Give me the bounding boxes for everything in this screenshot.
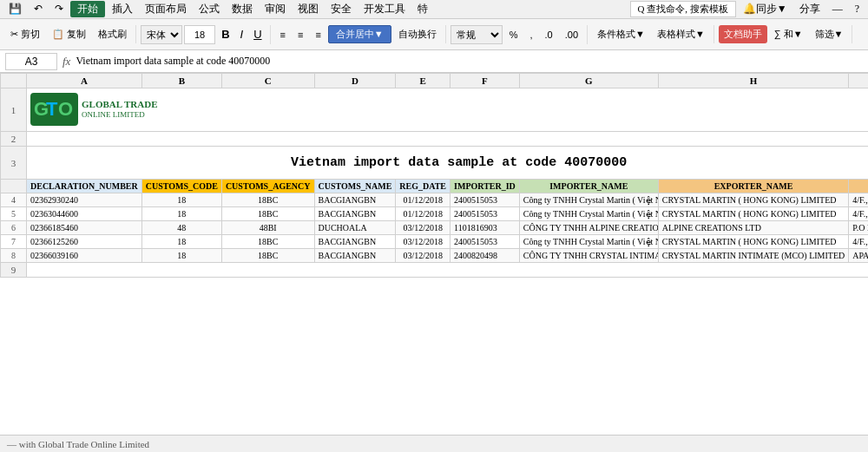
cell-expname-0[interactable]: CRYSTAL MARTIN ( HONG KONG) LIMITED <box>658 193 848 207</box>
header-importer-id: IMPORTER_ID <box>450 180 520 193</box>
cell-decl-4[interactable]: 02366039160 <box>27 249 142 263</box>
cell-impname-4[interactable]: CÔNG TY TNHH CRYSTAL INTIMATE (VIỆT NAM) <box>519 249 658 263</box>
menu-item-formula[interactable]: 公式 <box>194 2 225 16</box>
cell-cusname-3[interactable]: BACGIANGBN <box>314 235 396 249</box>
cell-expname-1[interactable]: CRYSTAL MARTIN ( HONG KONG) LIMITED <box>658 207 848 221</box>
cell-date-4[interactable]: 03/12/2018 <box>396 249 450 263</box>
logo-row: 1 G T O GL <box>1 88 869 132</box>
row-num-5: 5 <box>1 207 27 221</box>
cell-decl-1[interactable]: 02363044600 <box>27 207 142 221</box>
cell-impname-3[interactable]: Công ty TNHH Crystal Martin ( Việt Nam) <box>519 235 658 249</box>
table-style-button[interactable]: 表格样式▼ <box>652 25 710 43</box>
help-btn[interactable]: ? <box>850 3 865 16</box>
col-header-i <box>849 74 868 88</box>
cell-expname-3[interactable]: CRYSTAL MARTIN ( HONG KONG) LIMITED <box>658 235 848 249</box>
cell-decl-0[interactable]: 02362930240 <box>27 193 142 207</box>
svg-text:T: T <box>46 98 58 120</box>
table-row: 8 02366039160 18 18BC BACGIANGBN 03/12/2… <box>1 249 869 263</box>
cell-cusname-0[interactable]: BACGIANGBN <box>314 193 396 207</box>
font-size-input[interactable] <box>184 25 215 44</box>
doc-assistant-button[interactable]: 文档助手 <box>719 25 767 43</box>
menu-item-review[interactable]: 审阅 <box>260 2 291 16</box>
cell-expname-2[interactable]: ALPINE CREATIONS LTD <box>658 221 848 235</box>
cell-code-4[interactable]: 18 <box>141 249 221 263</box>
status-bar: — with Global Trade Online Limited <box>0 435 868 452</box>
cell-impname-0[interactable]: Công ty TNHH Crystal Martin ( Việt Nam) <box>519 193 658 207</box>
decimal-dec-button[interactable]: .00 <box>560 27 583 43</box>
minimize-btn[interactable]: — <box>827 3 848 16</box>
underline-button[interactable]: U <box>249 28 266 41</box>
cell-extra-4[interactable]: APAR <box>849 249 868 263</box>
align-center-button[interactable]: ≡ <box>293 27 308 43</box>
cell-reference-input[interactable] <box>5 53 57 70</box>
cell-impid-1[interactable]: 2400515053 <box>450 207 520 221</box>
sync-btn[interactable]: 🔔同步▼ <box>738 2 792 16</box>
cell-expname-4[interactable]: CRYSTAL MARTIN INTIMATE (MCO) LIMITED <box>658 249 848 263</box>
cell-extra-2[interactable]: P.O BOX <box>849 221 868 235</box>
row-num-7: 7 <box>1 235 27 249</box>
filter-button[interactable]: 筛选▼ <box>810 25 849 43</box>
sum-button[interactable]: ∑ 和▼ <box>769 25 808 43</box>
number-format-selector[interactable]: 常规 <box>450 25 503 44</box>
redo-icon[interactable]: ↷ <box>49 3 69 16</box>
toolbar-row1: ✂ 剪切 📋 复制 格式刷 宋体 B I U ≡ ≡ ≡ 合并居中▼ 自动换行 … <box>0 19 868 50</box>
comma-button[interactable]: , <box>524 27 537 43</box>
cell-cusname-4[interactable]: BACGIANGBN <box>314 249 396 263</box>
menu-item-special[interactable]: 特 <box>412 2 433 16</box>
cell-code-2[interactable]: 48 <box>141 221 221 235</box>
align-left-button[interactable]: ≡ <box>275 27 291 43</box>
align-right-button[interactable]: ≡ <box>310 27 326 43</box>
menu-item-data[interactable]: 数据 <box>227 2 258 16</box>
italic-button[interactable]: I <box>236 28 248 41</box>
save-icon[interactable]: 💾 <box>3 3 27 16</box>
percent-button[interactable]: % <box>504 27 523 43</box>
bold-button[interactable]: B <box>217 28 233 41</box>
merge-center-button[interactable]: 合并居中▼ <box>328 25 391 43</box>
clipboard-section: ✂ 剪切 📋 复制 格式刷 <box>5 25 136 43</box>
cell-agency-0[interactable]: 18BC <box>221 193 314 207</box>
cell-impid-0[interactable]: 2400515053 <box>450 193 520 207</box>
cell-impid-4[interactable]: 2400820498 <box>450 249 520 263</box>
menu-item-view[interactable]: 视图 <box>293 2 324 16</box>
cell-date-1[interactable]: 01/12/2018 <box>396 207 450 221</box>
cell-impid-3[interactable]: 2400515053 <box>450 235 520 249</box>
decimal-inc-button[interactable]: .0 <box>540 27 558 43</box>
menu-item-layout[interactable]: 页面布局 <box>140 2 192 16</box>
cell-code-0[interactable]: 18 <box>141 193 221 207</box>
menu-item-security[interactable]: 安全 <box>326 2 357 16</box>
cell-agency-1[interactable]: 18BC <box>221 207 314 221</box>
cell-decl-3[interactable]: 02366125260 <box>27 235 142 249</box>
menu-item-insert[interactable]: 插入 <box>107 2 138 16</box>
conditional-format-button[interactable]: 条件格式▼ <box>592 25 650 43</box>
cell-code-3[interactable]: 18 <box>141 235 221 249</box>
cell-cusname-1[interactable]: BACGIANGBN <box>314 207 396 221</box>
cell-extra-1[interactable]: 4/F., CRY <box>849 207 868 221</box>
copy-button[interactable]: 📋 复制 <box>47 25 91 43</box>
cell-extra-3[interactable]: 4/F., CRY <box>849 235 868 249</box>
cell-impname-1[interactable]: Công ty TNHH Crystal Martin ( Việt Nam) <box>519 207 658 221</box>
cell-decl-2[interactable]: 02366185460 <box>27 221 142 235</box>
cell-cusname-2[interactable]: DUCHOALA <box>314 221 396 235</box>
cell-date-2[interactable]: 03/12/2018 <box>396 221 450 235</box>
wrap-text-button[interactable]: 自动换行 <box>393 25 442 43</box>
cell-code-1[interactable]: 18 <box>141 207 221 221</box>
share-btn[interactable]: 分享 <box>794 2 825 16</box>
menu-item-devtools[interactable]: 开发工具 <box>358 2 411 16</box>
cell-agency-2[interactable]: 48BI <box>221 221 314 235</box>
menu-bar: 💾 ↶ ↷ 开始 插入 页面布局 公式 数据 审阅 视图 安全 开发工具 特 Q… <box>0 0 868 19</box>
cell-extra-0[interactable]: 4/F., CRY <box>849 193 868 207</box>
search-box[interactable]: Q 查找命令, 搜索模板 <box>630 1 736 17</box>
font-selector[interactable]: 宋体 <box>141 25 182 44</box>
cell-agency-4[interactable]: 18BC <box>221 249 314 263</box>
menu-item-start[interactable]: 开始 <box>70 1 105 17</box>
col-header-d: D <box>314 74 396 88</box>
cell-date-0[interactable]: 01/12/2018 <box>396 193 450 207</box>
format-painter-button[interactable]: 格式刷 <box>93 25 132 43</box>
cut-button[interactable]: ✂ 剪切 <box>5 25 45 43</box>
cell-impid-2[interactable]: 1101816903 <box>450 221 520 235</box>
cell-impname-2[interactable]: CÔNG TY TNHH ALPINE CREATIONS VIỆT NAM <box>519 221 658 235</box>
cell-agency-3[interactable]: 18BC <box>221 235 314 249</box>
cell-date-3[interactable]: 03/12/2018 <box>396 235 450 249</box>
undo-icon[interactable]: ↶ <box>29 3 48 16</box>
table-row: 4 02362930240 18 18BC BACGIANGBN 01/12/2… <box>1 193 869 207</box>
